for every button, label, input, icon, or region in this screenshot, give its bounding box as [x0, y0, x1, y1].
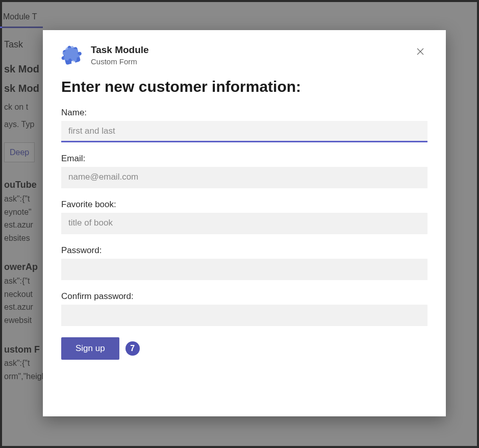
- confirm-password-input[interactable]: [61, 305, 427, 326]
- name-label: Name:: [61, 108, 427, 118]
- form-heading: Enter new customer information:: [61, 78, 427, 95]
- password-label: Password:: [61, 245, 427, 256]
- name-input[interactable]: [61, 121, 427, 142]
- favorite-book-input[interactable]: [61, 213, 427, 234]
- task-module-dialog: Task Module Custom Form Enter new custom…: [43, 30, 446, 416]
- confirm-password-label: Confirm password:: [61, 291, 427, 302]
- sign-up-button[interactable]: Sign up: [61, 337, 119, 360]
- dialog-app-title: Task Module: [91, 44, 149, 56]
- close-button[interactable]: [413, 44, 427, 59]
- dialog-app-subtitle: Custom Form: [91, 57, 149, 66]
- email-label: Email:: [61, 154, 427, 164]
- password-input[interactable]: [61, 259, 427, 280]
- close-icon: [416, 47, 424, 56]
- puzzle-piece-icon: [61, 44, 84, 67]
- callout-badge: 7: [125, 341, 140, 356]
- email-input[interactable]: [61, 167, 427, 188]
- book-label: Favorite book:: [61, 200, 427, 210]
